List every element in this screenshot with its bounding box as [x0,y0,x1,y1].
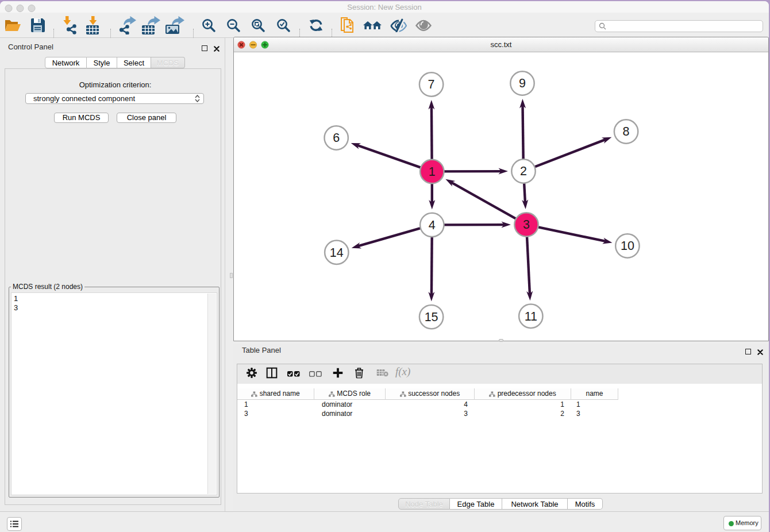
svg-text:3: 3 [523,218,530,232]
svg-text:11: 11 [524,309,537,323]
svg-text:14: 14 [329,245,343,259]
svg-text:1: 1 [428,164,435,178]
svg-text:2: 2 [520,164,527,178]
svg-text:9: 9 [519,76,526,90]
svg-text:8: 8 [622,125,629,138]
svg-text:7: 7 [428,78,434,91]
svg-text:15: 15 [424,310,438,324]
svg-text:6: 6 [333,131,340,145]
svg-text:10: 10 [620,239,634,253]
svg-text:4: 4 [428,218,435,232]
